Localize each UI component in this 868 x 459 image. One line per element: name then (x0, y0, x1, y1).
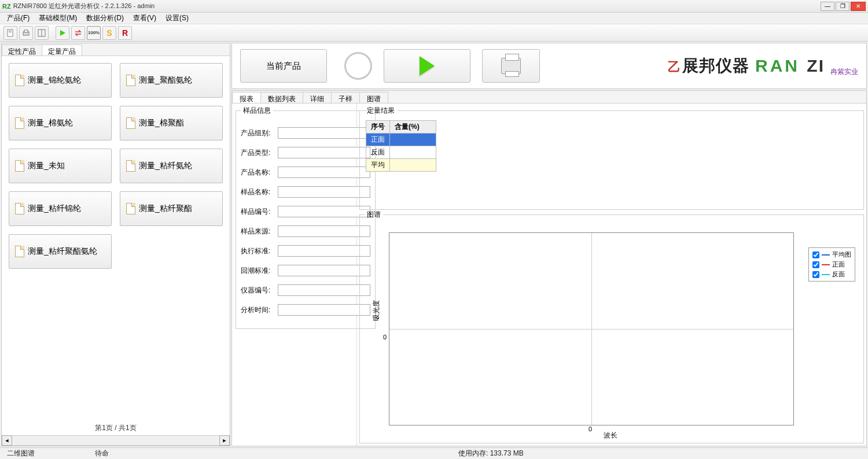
sample-name-input[interactable] (278, 186, 370, 198)
table-row-back[interactable]: 反面 (366, 146, 436, 159)
tab-detail[interactable]: 详细 (303, 92, 332, 103)
scroll-track[interactable] (12, 435, 219, 446)
product-type-input[interactable] (278, 147, 370, 158)
s-icon[interactable]: S (102, 26, 116, 40)
quant-result-panel: 定量结果 序号 含量(%) 正面 反面 平均 (359, 106, 864, 210)
layout-icon[interactable] (35, 26, 49, 40)
standard-input[interactable] (278, 245, 370, 257)
product-group-input[interactable] (278, 127, 370, 139)
product-item[interactable]: 测量_未知 (9, 149, 112, 183)
action-strip: 当前产品 乙 展邦仪器 RAN ZI 冉紫实业 (231, 43, 867, 89)
legend-check-avg[interactable] (812, 251, 819, 258)
table-row-avg[interactable]: 平均 (366, 159, 436, 172)
chart-legend-title: 图谱 (365, 210, 383, 220)
chart-xlabel: 波长 (604, 431, 617, 441)
tab-quantitative[interactable]: 定量产品 (42, 45, 82, 55)
legend-line-icon (822, 264, 830, 265)
menu-analysis[interactable]: 数据分析(D) (82, 12, 128, 24)
chart-plot-area[interactable] (389, 232, 794, 425)
cell-value (390, 134, 436, 146)
label-sno: 样品编号: (241, 207, 274, 217)
tab-report[interactable]: 报表 (232, 92, 261, 103)
brand-area: 乙 展邦仪器 RAN ZI 冉紫实业 (667, 55, 858, 77)
document-icon (15, 246, 24, 257)
scroll-right-icon[interactable]: ► (219, 435, 230, 446)
sample-no-input[interactable] (278, 206, 370, 217)
label-name: 产品名称: (241, 168, 274, 177)
menu-settings[interactable]: 设置(S) (161, 12, 193, 24)
table-row-front[interactable]: 正面 (366, 134, 436, 146)
label-group: 产品组别: (241, 128, 274, 138)
cell-value (390, 146, 436, 159)
tab-subsample[interactable]: 子样 (331, 92, 360, 103)
chart-ylabel: 吸光度 (372, 300, 381, 321)
menu-model[interactable]: 基础模型(M) (34, 12, 82, 24)
product-item[interactable]: 测量_聚酯氨纶 (120, 63, 223, 98)
zoom-100-icon[interactable]: 100% (87, 26, 101, 40)
legend-line-icon (822, 254, 830, 256)
label-inst: 仪器编号: (241, 286, 274, 295)
product-scrollbar[interactable]: ◄ ► (2, 435, 230, 446)
window-titlebar: RZ RZNIR7800 近红外光谱分析仪 - 2.2.1.326 - admi… (0, 0, 868, 13)
moisture-input[interactable] (278, 265, 370, 276)
swap-icon[interactable] (71, 26, 85, 40)
current-product-button[interactable]: 当前产品 (240, 49, 327, 83)
product-item[interactable]: 测量_棉氨纶 (9, 106, 112, 140)
new-doc-icon[interactable] (3, 26, 17, 40)
status-indicator-icon (344, 52, 372, 80)
product-item[interactable]: 测量_粘纤聚酯 (120, 191, 223, 226)
tab-data-list[interactable]: 数据列表 (260, 92, 303, 103)
product-label: 测量_粘纤聚酯 (139, 203, 192, 214)
start-button[interactable] (384, 49, 470, 83)
instrument-input[interactable] (278, 284, 370, 296)
printer-icon (501, 58, 521, 74)
document-icon (15, 75, 24, 86)
svg-marker-7 (60, 30, 65, 36)
product-label: 测量_粘纤锦纶 (28, 203, 81, 214)
product-label: 测量_粘纤氨纶 (139, 161, 192, 171)
menu-view[interactable]: 查看(V) (128, 12, 161, 24)
label-std: 执行标准: (241, 246, 274, 256)
run-icon[interactable] (56, 26, 69, 40)
status-spectrum-mode: 二维图谱 (0, 449, 42, 458)
menu-product[interactable]: 产品(F) (2, 12, 34, 24)
document-icon (15, 117, 24, 129)
cell-label: 正面 (366, 134, 390, 146)
chart-panel: 图谱 吸光度 0 0 波长 平均图 正面 (359, 210, 864, 443)
brand-en: RAN ZI (755, 56, 825, 76)
col-no: 序号 (366, 121, 390, 134)
minimize-button[interactable]: — (821, 2, 834, 11)
r-icon[interactable]: R (118, 26, 132, 40)
print-button[interactable] (482, 49, 540, 83)
label-type: 产品类型: (241, 148, 274, 158)
document-icon (126, 117, 135, 129)
col-content: 含量(%) (390, 121, 436, 134)
restore-button[interactable]: ❐ (836, 2, 849, 11)
product-item[interactable]: 测量_棉聚酯 (120, 106, 223, 140)
product-item[interactable]: 测量_粘纤聚酯氨纶 (9, 234, 112, 269)
legend-check-back[interactable] (812, 271, 819, 278)
document-icon (126, 203, 135, 214)
product-item[interactable]: 测量_粘纤锦纶 (9, 191, 112, 226)
sample-source-input[interactable] (278, 225, 370, 237)
product-label: 测量_锦纶氨纶 (28, 75, 81, 86)
product-name-input[interactable] (278, 166, 370, 178)
close-button[interactable]: ✕ (851, 2, 866, 11)
toolbar: 100% S R (0, 24, 868, 42)
product-label: 测量_棉氨纶 (28, 118, 73, 128)
scroll-left-icon[interactable]: ◄ (2, 435, 12, 446)
product-item[interactable]: 测量_锦纶氨纶 (9, 63, 112, 98)
tab-spectrum[interactable]: 图谱 (359, 92, 388, 103)
result-table: 序号 含量(%) 正面 反面 平均 (366, 120, 436, 172)
product-label: 测量_聚酯氨纶 (139, 75, 192, 86)
chart-gridline (591, 233, 592, 425)
document-icon (126, 75, 135, 86)
legend-check-front[interactable] (812, 261, 819, 268)
tab-qualitative[interactable]: 定性产品 (2, 45, 42, 55)
analysis-time-input[interactable] (278, 304, 370, 316)
menu-bar: 产品(F) 基础模型(M) 数据分析(D) 查看(V) 设置(S) (0, 13, 868, 24)
status-memory: 使用内存: 133.73 MB (451, 449, 531, 458)
print-icon[interactable] (19, 26, 33, 40)
product-item[interactable]: 测量_粘纤氨纶 (120, 149, 223, 183)
status-bar: 二维图谱 待命 使用内存: 133.73 MB (0, 447, 868, 459)
